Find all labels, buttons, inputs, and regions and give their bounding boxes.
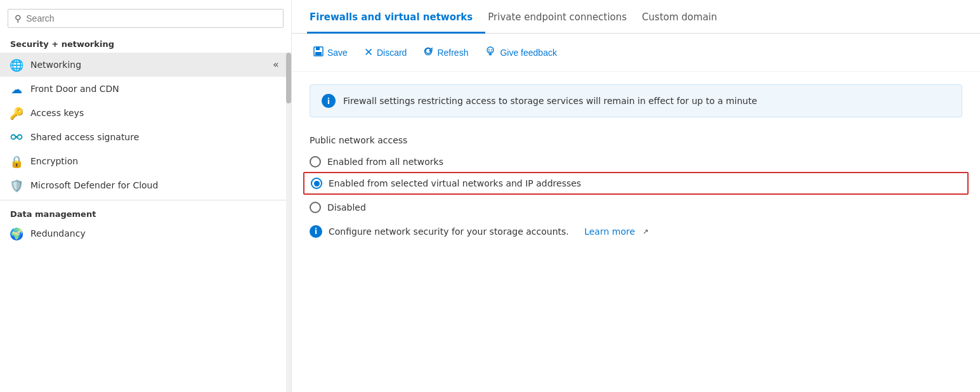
radio-selected-networks-circle[interactable] [311, 178, 322, 189]
toolbar: Save ✕ Discard Refresh [292, 34, 980, 72]
configure-note-text: Configure network security for your stor… [329, 226, 569, 237]
info-banner-text: Firewall settings restricting access to … [343, 96, 757, 106]
sidebar-item-networking-label: Networking [30, 60, 81, 70]
sidebar: ⚲ « Security + networking 🌐 Networking ☁… [0, 0, 292, 392]
sidebar-list: 🌐 Networking ☁️ Front Door and CDN 🔑 Acc… [0, 53, 286, 392]
discard-label: Discard [377, 48, 407, 58]
public-network-access-label: Public network access [310, 135, 962, 145]
radio-all-networks-label: Enabled from all networks [327, 157, 443, 167]
search-input[interactable] [26, 13, 277, 23]
radio-disabled-label: Disabled [327, 202, 366, 212]
sidebar-item-defender-label: Microsoft Defender for Cloud [30, 180, 158, 190]
refresh-label: Refresh [437, 48, 468, 58]
discard-icon: ✕ [364, 46, 373, 59]
radio-all-networks[interactable]: Enabled from all networks [310, 152, 962, 172]
radio-selected-networks-label: Enabled from selected virtual networks a… [329, 178, 581, 188]
save-label: Save [327, 48, 348, 58]
configure-note-icon: i [310, 225, 322, 238]
sidebar-item-access-keys[interactable]: 🔑 Access keys [0, 101, 286, 125]
search-bar[interactable]: ⚲ [8, 9, 284, 28]
svg-point-1 [18, 135, 22, 140]
configure-note: i Configure network security for your st… [310, 225, 962, 238]
tab-private-endpoint[interactable]: Private endpoint connections [485, 0, 639, 34]
sidebar-section-security: Security + networking [0, 34, 291, 53]
redundancy-icon: 🌍 [10, 227, 23, 240]
learn-more-link[interactable]: Learn more [584, 226, 635, 237]
sidebar-item-front-door[interactable]: ☁️ Front Door and CDN [0, 77, 286, 101]
info-banner-icon: i [322, 94, 336, 108]
sidebar-scrollable: 🌐 Networking ☁️ Front Door and CDN 🔑 Acc… [0, 53, 291, 392]
sidebar-item-shared-access-label: Shared access signature [30, 132, 139, 142]
sidebar-item-networking[interactable]: 🌐 Networking [0, 53, 286, 77]
sidebar-item-shared-access[interactable]: Shared access signature [0, 125, 286, 149]
main-content: Firewalls and virtual networks Private e… [292, 0, 980, 392]
public-network-access-section: Public network access Enabled from all n… [310, 135, 962, 238]
tab-bar: Firewalls and virtual networks Private e… [292, 0, 980, 34]
networking-icon: 🌐 [10, 58, 23, 71]
svg-point-0 [11, 135, 16, 140]
content-area: i Firewall settings restricting access t… [292, 72, 980, 392]
feedback-label: Give feedback [500, 48, 557, 58]
collapse-sidebar-button[interactable]: « [273, 58, 279, 70]
shared-access-icon [10, 131, 23, 143]
radio-disabled[interactable]: Disabled [310, 197, 962, 218]
front-door-icon: ☁️ [10, 82, 23, 95]
radio-selected-networks[interactable]: Enabled from selected virtual networks a… [303, 172, 969, 195]
encryption-icon: 🔒 [10, 155, 23, 167]
svg-point-6 [488, 49, 490, 50]
discard-button[interactable]: ✕ Discard [358, 42, 413, 62]
sidebar-item-encryption[interactable]: 🔒 Encryption [0, 149, 286, 173]
access-keys-icon: 🔑 [10, 107, 23, 119]
sidebar-section-data: Data management [0, 200, 286, 221]
feedback-button[interactable]: Give feedback [478, 43, 563, 62]
sidebar-item-redundancy-label: Redundancy [30, 228, 86, 238]
sidebar-scrollbar-thumb[interactable] [286, 53, 291, 103]
tab-firewalls[interactable]: Firewalls and virtual networks [307, 0, 485, 34]
save-icon [313, 46, 323, 59]
external-link-icon: ↗ [643, 228, 648, 236]
svg-rect-3 [316, 47, 320, 50]
radio-all-networks-circle[interactable] [310, 156, 321, 167]
radio-disabled-circle[interactable] [310, 202, 321, 213]
search-icon: ⚲ [15, 13, 21, 23]
refresh-icon [423, 46, 433, 59]
svg-rect-4 [315, 52, 322, 55]
feedback-icon [485, 46, 496, 59]
sidebar-item-access-keys-label: Access keys [30, 108, 84, 118]
svg-point-7 [491, 49, 492, 50]
info-banner: i Firewall settings restricting access t… [310, 84, 962, 117]
sidebar-item-defender[interactable]: 🛡️ Microsoft Defender for Cloud [0, 173, 286, 197]
sidebar-item-front-door-label: Front Door and CDN [30, 84, 119, 94]
sidebar-item-redundancy[interactable]: 🌍 Redundancy [0, 221, 286, 245]
defender-icon: 🛡️ [10, 179, 23, 192]
sidebar-item-encryption-label: Encryption [30, 156, 78, 166]
sidebar-scrollbar-track[interactable] [286, 53, 291, 392]
save-button[interactable]: Save [307, 43, 354, 62]
tab-custom-domain[interactable]: Custom domain [639, 0, 729, 34]
refresh-button[interactable]: Refresh [417, 43, 474, 62]
